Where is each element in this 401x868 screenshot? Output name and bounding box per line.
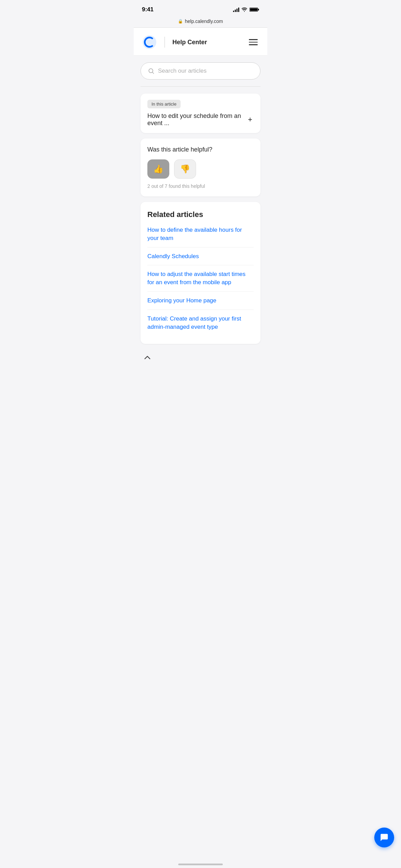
thumbs-up-button[interactable]: 👍 bbox=[147, 159, 169, 179]
helpful-title: Was this article helpful? bbox=[147, 146, 254, 153]
related-articles-title: Related articles bbox=[147, 210, 254, 219]
toc-item-row: How to edit your schedule from an event … bbox=[147, 112, 254, 127]
logo-area: Help Center bbox=[142, 35, 207, 50]
section-divider bbox=[141, 86, 260, 87]
helpful-card: Was this article helpful? 👍 👎 2 out of 7… bbox=[141, 138, 260, 196]
search-icon bbox=[148, 68, 155, 74]
toc-item-text: How to edit your schedule from an event … bbox=[147, 112, 246, 127]
related-links-list: How to define the available hours for yo… bbox=[147, 226, 254, 336]
helpful-count: 2 out of 7 found this helpful bbox=[147, 183, 254, 189]
header: Help Center bbox=[134, 28, 267, 56]
toc-badge: In this article bbox=[147, 100, 181, 108]
url-bar: 🔒 help.calendly.com bbox=[134, 17, 267, 28]
related-link-1[interactable]: How to define the available hours for yo… bbox=[147, 226, 254, 247]
hamburger-menu-button[interactable] bbox=[247, 38, 259, 47]
status-bar: 9:41 bbox=[134, 0, 267, 17]
chevron-up-icon bbox=[144, 354, 151, 361]
signal-icon bbox=[233, 7, 239, 12]
calendly-logo bbox=[142, 35, 157, 50]
thumbs-down-icon: 👎 bbox=[180, 164, 190, 174]
search-box[interactable]: Search our articles bbox=[141, 62, 260, 80]
related-link-4[interactable]: Exploring your Home page bbox=[147, 291, 254, 310]
status-time: 9:41 bbox=[142, 6, 154, 13]
hamburger-line-2 bbox=[249, 42, 258, 43]
status-icons bbox=[233, 7, 259, 12]
hamburger-line-1 bbox=[249, 39, 258, 40]
related-link-2[interactable]: Calendly Schedules bbox=[147, 247, 254, 265]
thumbs-down-button[interactable]: 👎 bbox=[174, 159, 196, 179]
svg-rect-2 bbox=[250, 8, 257, 11]
related-link-5[interactable]: Tutorial: Create and assign your first a… bbox=[147, 310, 254, 336]
wifi-icon bbox=[241, 7, 247, 12]
thumbs-up-icon: 👍 bbox=[153, 164, 163, 174]
scroll-up-button[interactable] bbox=[141, 351, 154, 364]
related-articles-card: Related articles How to define the avail… bbox=[141, 202, 260, 344]
calendly-logo-icon bbox=[142, 35, 157, 50]
helpful-buttons: 👍 👎 bbox=[147, 159, 254, 179]
related-link-3[interactable]: How to adjust the available start times … bbox=[147, 265, 254, 291]
battery-icon bbox=[250, 7, 259, 12]
svg-line-5 bbox=[153, 72, 154, 74]
bottom-nav-area bbox=[134, 351, 267, 371]
search-input[interactable]: Search our articles bbox=[158, 68, 207, 74]
url-text: help.calendly.com bbox=[185, 19, 223, 24]
lock-icon: 🔒 bbox=[178, 19, 183, 24]
toc-expand-button[interactable]: + bbox=[246, 115, 254, 124]
help-center-title: Help Center bbox=[172, 39, 207, 46]
svg-rect-1 bbox=[258, 9, 259, 11]
logo-divider bbox=[165, 37, 165, 48]
hamburger-line-3 bbox=[249, 44, 258, 45]
toc-card: In this article How to edit your schedul… bbox=[141, 94, 260, 133]
search-area: Search our articles bbox=[134, 56, 267, 86]
